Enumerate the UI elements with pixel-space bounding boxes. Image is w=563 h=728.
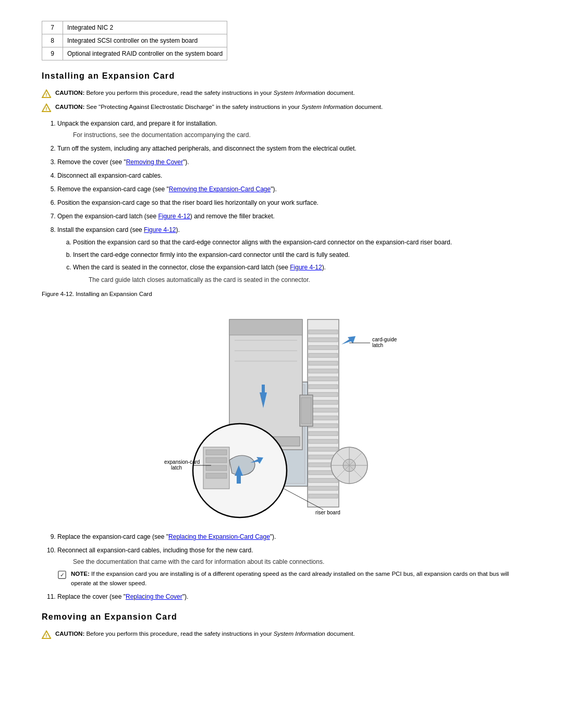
installing-steps-list: Unpack the expansion card, and prepare i… [57,119,521,285]
row-desc: Integrated NIC 2 [63,21,227,34]
caution-icon-1: ! [42,89,51,98]
list-item: Insert the card-edge connector firmly in… [73,250,521,260]
caution-removing-label: CAUTION: [55,631,84,637]
substep-b-text: Insert the card-edge connector firmly in… [73,251,350,258]
step-7-text: Open the expansion-card latch (see Figur… [57,213,275,220]
component-table: 7 Integrated NIC 2 8 Integrated SCSI con… [42,21,227,60]
installing-steps-list-2: Replace the expansion-card cage (see "Re… [57,532,521,601]
note-block: ✓ NOTE: If the expansion card you are in… [57,570,521,588]
caution-block-1: ! CAUTION: Before you perform this proce… [42,89,521,98]
svg-rect-26 [309,494,338,498]
step-10-text: Reconnect all expansion-card cables, inc… [57,547,253,554]
removing-cover-link[interactable]: Removing the Cover [126,158,183,166]
svg-text:!: ! [45,92,47,97]
list-item: Turn off the system, including any attac… [57,144,521,153]
table-row: 7 Integrated NIC 2 [42,21,227,34]
list-item: Position the expansion-card cage so that… [57,198,521,207]
card-guide-latch-label: card-guide [372,337,397,342]
svg-rect-9 [309,361,338,365]
replacing-cage-link[interactable]: Replacing the Expansion-Card Cage [168,533,270,540]
expansion-card-diagram: card-guide latch expansion-card latch ri… [125,304,438,523]
list-item: Reconnect all expansion-card cables, inc… [57,546,521,588]
svg-text:latch: latch [171,465,182,471]
list-item: Position the expansion card so that the … [73,238,521,247]
svg-rect-19 [309,439,338,443]
row-num: 7 [42,21,63,34]
svg-rect-39 [206,465,227,471]
list-item: Disconnect all expansion-card cables. [57,171,521,180]
caution-icon-removing: ! [42,630,51,639]
list-item: Replace the expansion-card cage (see "Re… [57,532,521,541]
caution-1-text: Before you perform this procedure, read … [86,90,354,96]
svg-rect-8 [309,353,338,357]
step-1-note: For instructions, see the documentation … [73,130,521,140]
caution-block-2: ! CAUTION: See "Protecting Against Elect… [42,103,521,113]
caution-2-label: CAUTION: [55,104,84,110]
list-item: Install the expansion card (see Figure 4… [57,225,521,285]
svg-rect-12 [309,385,338,389]
svg-text:latch: latch [372,342,383,348]
caution-removing-text: Before you perform this procedure, read … [86,631,354,637]
note-icon: ✓ [57,570,67,579]
svg-rect-20 [309,447,338,451]
caution-icon-2: ! [42,103,51,113]
list-item: Open the expansion-card latch (see Figur… [57,212,521,221]
figure-container: card-guide latch expansion-card latch ri… [42,304,521,523]
figure-4-12-link-c[interactable]: Figure 4-12 [290,264,322,271]
expansion-card-latch-label: expansion-card [164,459,200,465]
svg-rect-5 [309,330,338,334]
step-11-text: Replace the cover (see "Replacing the Co… [57,593,188,600]
list-item: Remove the expansion-card cage (see "Rem… [57,184,521,194]
step-2-text: Turn off the system, including any attac… [57,145,357,152]
step-1-text: Unpack the expansion card, and prepare i… [57,120,217,127]
svg-rect-7 [309,346,338,350]
svg-rect-25 [309,486,338,490]
removing-section-title: Removing an Expansion Card [42,611,521,623]
svg-rect-11 [309,377,338,381]
removing-cage-link[interactable]: Removing the Expansion-Card Cage [169,186,271,193]
riser-board-label: riser board [315,510,340,515]
row-num: 8 [42,34,63,47]
caution-block-removing: ! CAUTION: Before you perform this proce… [42,630,521,639]
installing-section-title: Installing an Expansion Card [42,70,521,82]
svg-rect-37 [206,450,227,455]
list-item: Remove the cover (see "Removing the Cove… [57,157,521,167]
list-item: When the card is seated in the connector… [73,263,521,272]
step-4-text: Disconnect all expansion-card cables. [57,172,162,179]
list-item: Unpack the expansion card, and prepare i… [57,119,521,140]
substep-c-text: When the card is seated in the connector… [73,264,326,271]
table-row: 8 Integrated SCSI controller on the syst… [42,34,227,47]
svg-rect-10 [309,369,338,373]
step-8-text: Install the expansion card (see Figure 4… [57,226,180,233]
step-6-text: Position the expansion-card cage so that… [57,199,319,206]
svg-text:✓: ✓ [60,572,64,578]
figure-caption: Figure 4-12. Installing an Expansion Car… [42,290,521,299]
substep-a-text: Position the expansion card so that the … [73,239,452,246]
step-5-text: Remove the expansion-card cage (see "Rem… [57,186,277,193]
caution-2-text: See "Protecting Against Electrostatic Di… [86,104,383,110]
step-3-text: Remove the cover (see "Removing the Cove… [57,158,189,166]
row-desc: Optional integrated RAID controller on t… [63,47,227,60]
step-10-sub: See the documentation that came with the… [73,557,521,566]
step-9-text: Replace the expansion-card cage (see "Re… [57,533,276,540]
figure-4-12-link-8[interactable]: Figure 4-12 [144,226,176,233]
sub-steps-list: Position the expansion card so that the … [73,238,521,272]
step-8-note: The card guide latch closes automaticall… [89,275,521,285]
svg-rect-40 [206,473,227,478]
svg-text:!: ! [45,106,47,112]
list-item: Replace the cover (see "Replacing the Co… [57,592,521,601]
svg-marker-30 [229,319,302,335]
row-desc: Integrated SCSI controller on the system… [63,34,227,47]
svg-text:!: ! [45,633,47,638]
svg-rect-38 [206,458,227,463]
svg-rect-42 [301,398,311,424]
figure-4-12-link-7[interactable]: Figure 4-12 [158,213,190,220]
replacing-cover-link[interactable]: Replacing the Cover [126,593,182,600]
svg-rect-24 [309,478,338,483]
svg-rect-18 [309,431,338,436]
row-num: 9 [42,47,63,60]
caution-1-label: CAUTION: [55,90,84,96]
svg-rect-6 [309,338,338,342]
table-row: 9 Optional integrated RAID controller on… [42,47,227,60]
